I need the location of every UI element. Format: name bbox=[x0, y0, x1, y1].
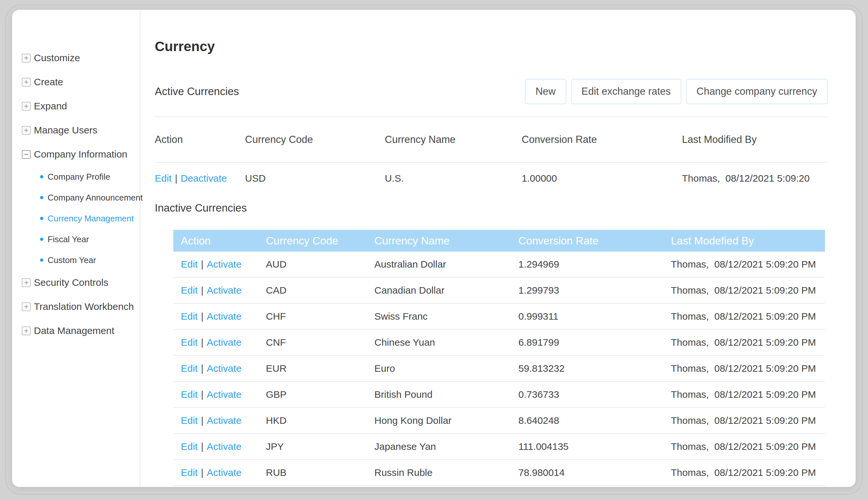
currency-code-cell: AUD bbox=[266, 259, 374, 270]
sidebar-subitem-fiscal-year[interactable]: Fiscal Year bbox=[22, 229, 140, 250]
column-header-action: Action bbox=[181, 235, 266, 247]
sidebar-item-create[interactable]: +Create bbox=[22, 70, 140, 94]
row-actions: Edit|Activate bbox=[181, 285, 266, 296]
currency-name-cell: Japanese Yan bbox=[374, 441, 519, 452]
conversion-rate-cell: 59.813232 bbox=[519, 363, 671, 374]
last-modified-cell: Thomas, 08/12/2021 5:09:20 PM bbox=[671, 337, 825, 348]
column-header-currency-name: Currency Name bbox=[385, 134, 522, 146]
edit-link[interactable]: Edit bbox=[181, 363, 198, 374]
deactivate-link[interactable]: Deactivate bbox=[181, 173, 227, 184]
currency-code-cell: CHF bbox=[266, 311, 374, 322]
sidebar-item-data-management[interactable]: +Data Management bbox=[22, 319, 140, 343]
table-row-chf: Edit|ActivateCHFSwiss Franc0.999311Thoma… bbox=[173, 304, 825, 330]
expand-icon[interactable]: + bbox=[22, 126, 31, 135]
row-actions: Edit|Deactivate bbox=[155, 173, 245, 184]
bullet-icon bbox=[40, 217, 43, 220]
sidebar-item-security-controls[interactable]: +Security Controls bbox=[22, 271, 140, 295]
table-row-usd: Edit|DeactivateUSDU.S.1.00000Thomas, 08/… bbox=[155, 163, 827, 194]
sidebar-item-translation-workbench[interactable]: +Translation Workbench bbox=[22, 295, 140, 319]
activate-link[interactable]: Activate bbox=[207, 363, 242, 374]
edit-link[interactable]: Edit bbox=[181, 311, 198, 322]
sidebar-subitem-custom-year[interactable]: Custom Year bbox=[22, 250, 140, 271]
table-row-jpy: Edit|ActivateJPYJapanese Yan111.004135Th… bbox=[173, 434, 825, 460]
activate-link[interactable]: Activate bbox=[207, 415, 242, 426]
new-button[interactable]: New bbox=[525, 79, 566, 104]
last-modified-cell: Thomas, 08/12/2021 5:09:20 bbox=[682, 173, 827, 184]
row-actions: Edit|Activate bbox=[181, 311, 266, 322]
sidebar-item-label: Company Information bbox=[34, 149, 127, 160]
currency-name-cell: Swiss Franc bbox=[374, 311, 519, 322]
conversion-rate-cell: 1.00000 bbox=[522, 173, 682, 184]
row-actions: Edit|Activate bbox=[181, 441, 266, 452]
sidebar-item-label: Expand bbox=[34, 101, 67, 112]
currency-name-cell: Euro bbox=[374, 363, 519, 374]
last-modified-cell: Thomas, 08/12/2021 5:09:20 PM bbox=[671, 441, 825, 452]
edit-link[interactable]: Edit bbox=[181, 467, 198, 478]
table-row-aud: Edit|ActivateAUDAustralian Dollar1.29496… bbox=[173, 252, 825, 278]
last-modified-cell: Thomas, 08/12/2021 5:09:20 PM bbox=[671, 415, 825, 426]
edit-link[interactable]: Edit bbox=[181, 415, 198, 426]
edit-link[interactable]: Edit bbox=[155, 173, 172, 184]
activate-link[interactable]: Activate bbox=[207, 467, 242, 478]
sidebar-subitem-label: Company Profile bbox=[47, 172, 110, 182]
action-separator: | bbox=[201, 389, 204, 400]
sidebar-subitem-label: Custom Year bbox=[47, 255, 96, 265]
currency-code-cell: CNF bbox=[266, 337, 374, 348]
currency-code-cell: HKD bbox=[266, 415, 374, 426]
last-modified-cell: Thomas, 08/12/2021 5:09:20 PM bbox=[671, 389, 825, 400]
sidebar-item-company-information[interactable]: −Company Information bbox=[22, 142, 140, 166]
conversion-rate-cell: 0.736733 bbox=[519, 389, 671, 400]
sidebar-subitem-company-profile[interactable]: Company Profile bbox=[22, 166, 140, 187]
collapse-icon[interactable]: − bbox=[22, 150, 31, 159]
table-row-hkd: Edit|ActivateHKDHong Kong Dollar8.640248… bbox=[173, 408, 825, 434]
currency-code-cell: JPY bbox=[266, 441, 374, 452]
edit-link[interactable]: Edit bbox=[181, 259, 198, 270]
expand-icon[interactable]: + bbox=[22, 327, 31, 335]
settings-window: +Customize+Create+Expand+Manage Users−Co… bbox=[12, 10, 856, 487]
activate-link[interactable]: Activate bbox=[207, 389, 242, 400]
expand-icon[interactable]: + bbox=[22, 78, 31, 87]
activate-link[interactable]: Activate bbox=[207, 337, 242, 348]
currency-code-cell: USD bbox=[245, 173, 385, 184]
expand-icon[interactable]: + bbox=[22, 54, 31, 62]
last-modified-cell: Thomas, 08/12/2021 5:09:20 PM bbox=[671, 311, 825, 322]
sidebar-item-expand[interactable]: +Expand bbox=[22, 94, 140, 118]
table-row-rub: Edit|ActivateRUBRussin Ruble78.980014Tho… bbox=[173, 460, 825, 486]
table-row-cad: Edit|ActivateCADCanadian Dollar1.299793T… bbox=[173, 278, 825, 304]
sidebar-subitem-company-announcement[interactable]: Company Announcement bbox=[22, 187, 140, 208]
page-title: Currency bbox=[155, 37, 827, 56]
edit-link[interactable]: Edit bbox=[181, 337, 198, 348]
inactive-currencies-heading: Inactive Currencies bbox=[155, 202, 827, 214]
currency-name-cell: Canadian Dollar bbox=[374, 285, 519, 296]
conversion-rate-cell: 8.640248 bbox=[519, 415, 671, 426]
sidebar-item-label: Customize bbox=[34, 53, 80, 64]
last-modified-cell: Thomas, 08/12/2021 5:09:20 PM bbox=[671, 363, 825, 374]
expand-icon[interactable]: + bbox=[22, 278, 31, 287]
edit-exchange-rates-button[interactable]: Edit exchange rates bbox=[571, 79, 681, 104]
activate-link[interactable]: Activate bbox=[207, 311, 242, 322]
edit-link[interactable]: Edit bbox=[181, 389, 198, 400]
edit-link[interactable]: Edit bbox=[181, 285, 198, 296]
sidebar-subitem-currency-management[interactable]: Currency Management bbox=[22, 208, 140, 229]
bullet-icon bbox=[40, 238, 43, 241]
currency-code-cell: EUR bbox=[266, 363, 374, 374]
sidebar-item-customize[interactable]: +Customize bbox=[22, 46, 140, 70]
expand-icon[interactable]: + bbox=[22, 102, 31, 111]
edit-link[interactable]: Edit bbox=[181, 441, 198, 452]
activate-link[interactable]: Activate bbox=[207, 285, 242, 296]
currency-name-cell: Chinese Yuan bbox=[374, 337, 519, 348]
activate-link[interactable]: Activate bbox=[207, 259, 242, 270]
currency-code-cell: GBP bbox=[266, 389, 374, 400]
expand-icon[interactable]: + bbox=[22, 303, 31, 311]
row-actions: Edit|Activate bbox=[181, 389, 266, 400]
currency-code-cell: RUB bbox=[266, 467, 374, 478]
activate-link[interactable]: Activate bbox=[207, 441, 242, 452]
change-company-currency-button[interactable]: Change company currency bbox=[686, 79, 827, 104]
sidebar-item-label: Data Management bbox=[34, 325, 114, 336]
sidebar-item-manage-users[interactable]: +Manage Users bbox=[22, 118, 140, 142]
row-actions: Edit|Activate bbox=[181, 363, 266, 374]
action-separator: | bbox=[201, 415, 204, 426]
inactive-table: ActionCurrency CodeCurrency NameConversi… bbox=[173, 230, 825, 486]
action-separator: | bbox=[175, 173, 178, 184]
sidebar-item-label: Create bbox=[34, 77, 63, 88]
